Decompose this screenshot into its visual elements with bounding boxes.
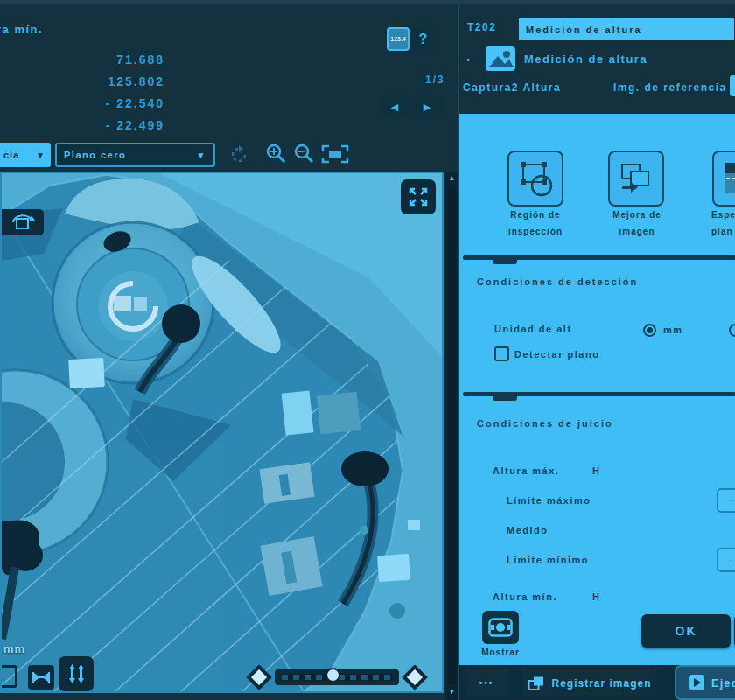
reference-image-dropdown[interactable]: cia ▼ <box>0 143 51 167</box>
prev-page-button[interactable]: ◀ <box>380 97 410 117</box>
image-enhance-icon <box>617 159 655 198</box>
min-height-suffix: H <box>592 592 600 602</box>
zoom-out-icon <box>293 143 316 165</box>
panel-bottom-bar: ••• Registrar imagen Ejec <box>459 665 735 700</box>
rotate-3d-icon <box>10 212 36 233</box>
unit-alt-radio[interactable] <box>729 324 735 337</box>
caption-line: Región de <box>496 206 575 223</box>
caption-line: inspección <box>496 223 575 240</box>
scale-unit-label: mm <box>4 642 25 655</box>
help-button[interactable]: ? <box>412 27 434 51</box>
diamond-high-icon <box>402 665 428 690</box>
execute-label: Ejec <box>711 676 735 690</box>
measurement-value: 71.688 <box>0 49 164 71</box>
play-icon <box>689 675 704 690</box>
show-button-caption: Mostrar <box>472 648 529 657</box>
scan-viewport[interactable]: mm <box>0 172 444 693</box>
measurement-value: - 22.499 <box>0 115 164 136</box>
more-options-button[interactable]: ••• <box>466 668 507 696</box>
zoom-in-icon <box>265 143 288 165</box>
rotate-icon <box>228 144 249 165</box>
ruler-icon <box>31 670 52 684</box>
next-page-button[interactable]: ▶ <box>412 97 442 117</box>
divider-grip[interactable] <box>493 260 517 264</box>
show-button[interactable] <box>482 611 519 644</box>
region-inspection-button[interactable] <box>508 150 564 206</box>
app-window: ra mín. 71.688 125.802 - 22.540 - 22.499… <box>0 0 735 700</box>
scroll-up-arrow[interactable]: ▲ <box>445 174 458 182</box>
detect-plane-label: Detectar plano <box>514 349 599 360</box>
unit-mm-label: mm <box>663 325 683 335</box>
chevron-down-icon: ▼ <box>36 150 46 160</box>
max-height-label: Altura máx. <box>493 466 559 476</box>
viewer-scrollbar[interactable]: ▲ ▼ <box>445 172 458 700</box>
plane-dropdown-value: Plano cero <box>64 150 126 160</box>
region-inspection-caption: Región de inspección <box>496 206 575 240</box>
detect-plane-checkbox[interactable] <box>494 346 509 361</box>
tool-id-label: T202 <box>467 21 496 33</box>
tool-title-input[interactable] <box>519 18 734 40</box>
unit-label: Unidad de alt <box>494 324 572 334</box>
specify-plane-button[interactable]: Z <box>712 150 735 206</box>
height-range-low-marker[interactable] <box>245 665 273 691</box>
caption-line: imagen <box>598 223 676 240</box>
specify-plane-icon: Z <box>721 159 735 198</box>
height-range-high-marker[interactable] <box>401 665 429 691</box>
ok-button[interactable]: OK <box>641 614 731 648</box>
reference-toggle-fragment[interactable] <box>730 75 735 96</box>
max-limit-input[interactable]: ··· <box>717 488 735 513</box>
prev-icon: ◀ <box>391 102 398 113</box>
register-image-icon <box>528 676 545 691</box>
expand-icon <box>407 186 430 208</box>
min-height-label: Altura mín. <box>493 592 557 602</box>
specify-plane-caption: Espec plan <box>711 206 735 240</box>
register-image-button[interactable]: Registrar imagen <box>523 668 656 696</box>
judgment-heading: Condiciones de juicio <box>477 418 613 429</box>
capture-label: Captura2 Altura <box>463 81 561 94</box>
max-height-suffix: H <box>592 466 600 476</box>
tool-bullet: · <box>466 52 472 67</box>
measurement-value: - 22.540 <box>0 93 164 115</box>
result-label-fragment: ra mín. <box>0 23 43 36</box>
rotate-view-button[interactable] <box>228 144 250 167</box>
numeric-display-button[interactable]: 123.4 <box>387 27 410 51</box>
divider-grip[interactable] <box>493 396 517 401</box>
next-icon: ▶ <box>424 102 430 113</box>
slider-thumb[interactable] <box>326 668 340 682</box>
scan-image <box>2 173 442 691</box>
measurement-values: 71.688 125.802 - 22.540 - 22.499 <box>0 49 164 136</box>
fullscreen-button[interactable] <box>401 179 436 214</box>
diamond-low-icon <box>246 665 272 690</box>
register-image-label: Registrar imagen <box>551 677 651 690</box>
page-indicator: 1/3 <box>425 74 445 86</box>
rotate-3d-button[interactable] <box>2 209 44 235</box>
caption-line: Espec <box>711 206 735 223</box>
reference-image-label: Img. de referencia <box>613 81 727 94</box>
zoom-out-button[interactable] <box>291 143 318 167</box>
unit-mm-radio[interactable] <box>643 324 656 337</box>
min-limit-label: Límite mínimo <box>507 555 589 565</box>
fit-view-button[interactable] <box>318 143 353 167</box>
height-threshold-slider[interactable] <box>275 669 399 685</box>
image-enhance-button[interactable] <box>608 150 664 206</box>
measured-label: Medido <box>507 525 549 536</box>
caption-line: plan <box>711 223 735 240</box>
plane-dropdown[interactable]: Plano cero ▼ <box>55 143 215 167</box>
measure-range-button[interactable] <box>28 665 54 690</box>
up-down-arrows-icon <box>64 663 88 684</box>
scrollbar-track[interactable] <box>448 187 456 684</box>
height-adjust-button[interactable] <box>59 656 94 691</box>
min-limit-input[interactable]: ··· <box>717 548 735 572</box>
zoom-in-button[interactable] <box>263 143 290 167</box>
chevron-down-icon: ▼ <box>197 150 206 160</box>
scroll-down-arrow[interactable]: ▼ <box>445 688 458 696</box>
image-enhance-caption: Mejora de imagen <box>598 206 676 240</box>
tool-settings-panel: T202 · Medición de altura Captura2 Altur… <box>458 0 735 700</box>
max-limit-label: Límite máximo <box>507 495 592 506</box>
tool-name-label: Medición de altura <box>524 52 648 66</box>
settings-body: Región de inspección Mejora de imagen Z … <box>459 114 735 665</box>
reference-dropdown-value: cia <box>4 150 19 160</box>
detection-heading: Condiciones de detección <box>477 276 638 287</box>
region-inspection-icon <box>516 159 555 198</box>
execute-button[interactable]: Ejec <box>675 665 735 700</box>
